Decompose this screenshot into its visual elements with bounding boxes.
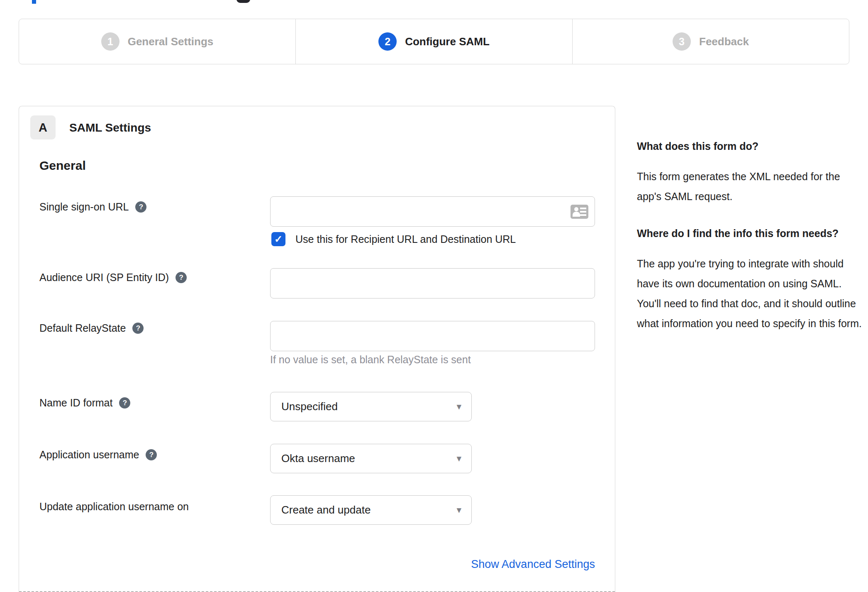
caret-down-icon: ▾: [456, 504, 461, 516]
sidebar-answer-1: This form generates the XML needed for t…: [637, 166, 863, 206]
selected-value: Unspecified: [281, 400, 338, 413]
step-configure-saml[interactable]: 2 Configure SAML: [295, 19, 572, 64]
selected-value: Okta username: [281, 452, 355, 465]
checkmark-icon: ✓: [274, 233, 283, 245]
name-id-format-select[interactable]: Unspecified ▾: [270, 392, 472, 421]
audience-uri-label: Audience URI (SP Entity ID) ?: [39, 272, 187, 284]
group-title-general: General: [39, 159, 86, 173]
help-sidebar: What does this form do? This form genera…: [637, 138, 863, 352]
step-label: Feedback: [699, 35, 749, 48]
relay-state-label: Default RelayState ?: [39, 322, 144, 334]
audience-uri-input-wrap: [270, 268, 595, 298]
help-icon[interactable]: ?: [132, 323, 144, 334]
caret-down-icon: ▾: [456, 453, 461, 464]
update-app-username-select[interactable]: Create and update ▾: [270, 495, 472, 525]
step-number-badge: 2: [378, 32, 397, 51]
update-app-username-label: Update application username on: [39, 501, 189, 513]
app-username-label: Application username ?: [39, 449, 157, 461]
section-a-badge: A: [30, 115, 56, 139]
recipient-url-checkbox-label: Use this for Recipient URL and Destinati…: [295, 233, 516, 245]
recipient-url-checkbox[interactable]: ✓: [271, 232, 285, 246]
help-icon[interactable]: ?: [135, 201, 146, 213]
selected-value: Create and update: [281, 504, 371, 516]
audience-uri-input[interactable]: [270, 268, 595, 298]
sidebar-question-1: What does this form do?: [637, 138, 863, 154]
step-feedback[interactable]: 3 Feedback: [572, 19, 849, 64]
wizard-stepper: 1 General Settings 2 Configure SAML 3 Fe…: [19, 19, 849, 64]
saml-settings-panel: A SAML Settings General Single sign-on U…: [19, 106, 615, 592]
sso-url-input[interactable]: [270, 196, 595, 227]
step-label: General Settings: [128, 35, 214, 48]
step-label: Configure SAML: [405, 35, 490, 48]
sso-url-input-wrap: [270, 196, 595, 227]
sidebar-answer-2: The app you're trying to integrate with …: [637, 254, 863, 333]
step-number-badge: 3: [673, 32, 691, 51]
step-general-settings[interactable]: 1 General Settings: [19, 19, 295, 64]
sidebar-question-2: Where do I find the info this form needs…: [637, 225, 863, 241]
relay-state-input-wrap: [270, 321, 595, 351]
contact-card-icon[interactable]: [571, 205, 588, 219]
help-icon[interactable]: ?: [146, 449, 157, 460]
help-icon[interactable]: ?: [119, 397, 130, 409]
recipient-url-checkbox-row: ✓ Use this for Recipient URL and Destina…: [271, 232, 516, 246]
step-number-badge: 1: [101, 32, 119, 51]
name-id-format-label: Name ID format ?: [39, 397, 130, 409]
relay-state-hint: If no value is set, a blank RelayState i…: [270, 354, 471, 366]
cropped-logo-fragment: [32, 0, 36, 4]
app-username-select[interactable]: Okta username ▾: [270, 444, 472, 473]
caret-down-icon: ▾: [456, 401, 461, 412]
help-icon[interactable]: ?: [176, 272, 187, 283]
section-title: SAML Settings: [69, 121, 151, 135]
sso-url-label: Single sign-on URL ?: [39, 201, 146, 213]
relay-state-input[interactable]: [270, 321, 595, 351]
show-advanced-settings-link[interactable]: Show Advanced Settings: [471, 558, 595, 571]
cropped-icon-fragment: [237, 0, 250, 3]
